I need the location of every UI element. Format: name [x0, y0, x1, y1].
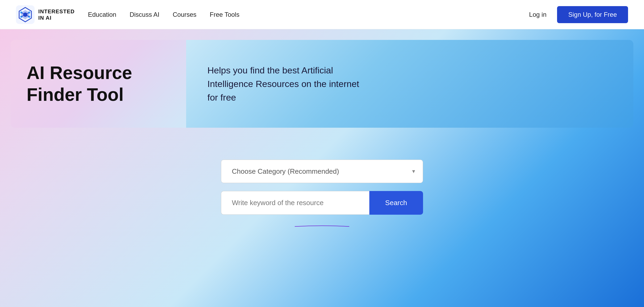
navbar-left: INTERESTED IN AI Education Discuss AI Co…: [16, 5, 239, 24]
logo-icon: [16, 5, 35, 24]
search-input[interactable]: [221, 191, 369, 215]
decorative-line: [221, 225, 423, 227]
navbar: INTERESTED IN AI Education Discuss AI Co…: [0, 0, 644, 29]
hero-title: AI Resource Finder Tool: [27, 62, 170, 105]
search-row: Search: [221, 191, 423, 215]
signup-button[interactable]: Sign Up, for Free: [557, 6, 628, 23]
logo-text: INTERESTED IN AI: [38, 8, 75, 21]
search-button[interactable]: Search: [369, 191, 423, 215]
hero-left: AI Resource Finder Tool: [11, 40, 186, 128]
nav-link-free-tools[interactable]: Free Tools: [210, 11, 240, 18]
nav-link-discuss-ai[interactable]: Discuss AI: [129, 11, 159, 18]
nav-links: Education Discuss AI Courses Free Tools: [88, 11, 240, 18]
main-content: Choose Category (Recommended) Machine Le…: [0, 128, 644, 227]
nav-link-education[interactable]: Education: [88, 11, 116, 18]
hero-right: Helps you find the best Artificial Intel…: [186, 40, 633, 128]
hero-subtitle: Helps you find the best Artificial Intel…: [207, 64, 367, 104]
category-select-wrapper: Choose Category (Recommended) Machine Le…: [221, 160, 423, 183]
login-button[interactable]: Log in: [529, 11, 546, 18]
category-select[interactable]: Choose Category (Recommended) Machine Le…: [221, 160, 423, 183]
logo-wrapper[interactable]: INTERESTED IN AI: [16, 5, 75, 24]
navbar-right: Log in Sign Up, for Free: [529, 6, 628, 23]
nav-link-courses[interactable]: Courses: [173, 11, 196, 18]
hero-banner: AI Resource Finder Tool Helps you find t…: [11, 40, 633, 128]
